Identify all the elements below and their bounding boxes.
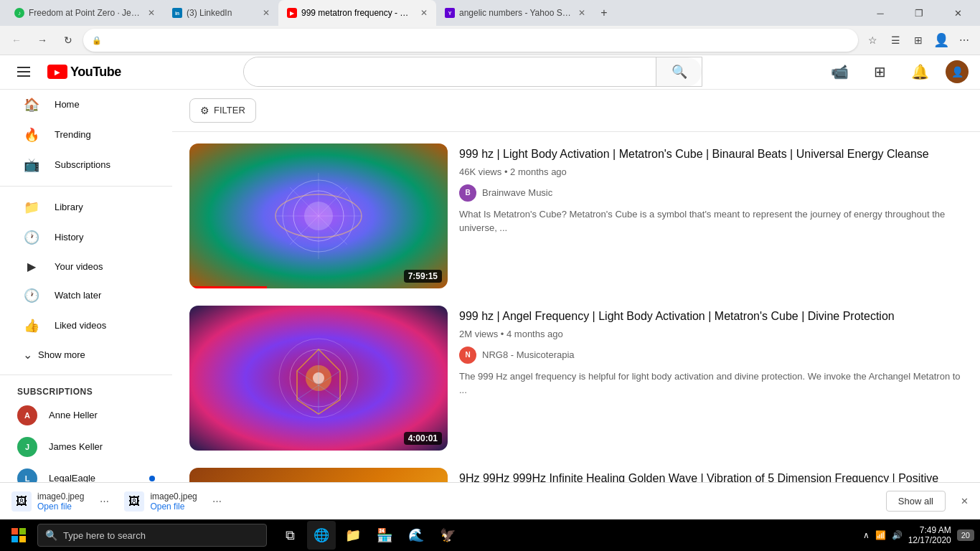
sidebar-library-label: Library — [55, 202, 83, 212]
video-2-description: The 999 Hz angel frequency is helpful fo… — [459, 369, 963, 397]
liked-videos-icon: 👍 — [23, 318, 40, 334]
anne-heller-avatar: A — [17, 405, 37, 425]
show-more-button[interactable]: ⌄ Show more — [6, 341, 166, 369]
clock[interactable]: 7:49 AM 12/17/2020 — [908, 525, 951, 545]
collections-button[interactable]: ⊞ — [908, 30, 928, 50]
notification-dot — [149, 476, 155, 481]
thumbnail-image-1 — [189, 143, 448, 288]
sidebar-item-liked-videos[interactable]: 👍 Liked videos — [6, 311, 166, 341]
subscription-item-anne-heller[interactable]: A Anne Heller — [0, 400, 172, 431]
date-display: 12/17/2020 — [908, 535, 951, 545]
tab-3[interactable]: ▶ 999 metatron frequency - YouTu... ✕ — [278, 0, 436, 26]
legaleagle-avatar: L — [17, 468, 37, 483]
video-2-channel-name[interactable]: NRG8 - Musicoterapia — [482, 349, 575, 360]
subscription-item-legaleagle[interactable]: L LegalEagle — [0, 463, 172, 483]
content-area: ⚙ FILTER — [172, 90, 980, 483]
bookmark-button[interactable]: ☆ — [862, 30, 882, 50]
thumbnail-3[interactable] — [189, 468, 448, 483]
download-item-1[interactable]: 🖼 image0.jpeg Open file — [6, 489, 90, 514]
thumbnail-1[interactable]: 7:59:15 — [189, 143, 448, 288]
video-1-views: 46K views — [459, 166, 501, 177]
sidebar-item-subscriptions[interactable]: 📺 Subscriptions — [6, 150, 166, 180]
download-item-2[interactable]: 🖼 image0.jpeg Open file — [118, 489, 202, 514]
taskbar-icon-5[interactable]: 🌊 — [402, 521, 430, 550]
sidebar-item-your-videos[interactable]: ▶ Your videos — [6, 253, 166, 281]
sidebar-item-history[interactable]: 🕐 History — [6, 222, 166, 253]
video-1-duration: 7:59:15 — [404, 270, 442, 283]
video-1-description: What Is Metatron's Cube? Metatron's Cube… — [459, 207, 963, 235]
youtube-search-input[interactable]: 999 metatron frequency — [244, 57, 656, 86]
tab-2[interactable]: in (3) LinkedIn ✕ — [164, 0, 278, 26]
download-2-name: image0.jpeg — [150, 491, 197, 501]
video-1-title[interactable]: 999 hz | Light Body Activation | Metatro… — [459, 146, 963, 162]
start-button[interactable] — [6, 522, 32, 548]
sidebar-item-home[interactable]: 🏠 Home — [6, 90, 166, 120]
download-2-action[interactable]: Open file — [150, 501, 197, 512]
taskbar-edge-icon[interactable]: 🌐 — [307, 521, 336, 550]
video-1-progress — [189, 286, 267, 288]
video-3-info: 9Hz 99Hz 999Hz Infinite Healing Golden W… — [459, 468, 963, 483]
hamburger-button[interactable] — [11, 61, 36, 83]
new-tab-button[interactable]: + — [594, 3, 614, 23]
apps-button[interactable]: ⊞ — [865, 57, 894, 86]
close-downloads-button[interactable]: ✕ — [954, 491, 974, 512]
close-button[interactable]: ✕ — [941, 0, 974, 26]
video-2-channel-avatar: N — [459, 347, 476, 364]
subscription-item-james-keller[interactable]: J James Keller — [0, 431, 172, 463]
sidebar-liked-videos-label: Liked videos — [55, 320, 106, 331]
video-1-channel-name[interactable]: Brainwave Music — [482, 187, 552, 198]
back-button[interactable]: ← — [6, 29, 27, 51]
taskbar-icon-6[interactable]: 🦅 — [433, 521, 462, 550]
tab-4[interactable]: Y angelic numbers - Yahoo Search ✕ — [436, 0, 594, 26]
minimize-button[interactable]: ─ — [864, 0, 897, 26]
tab-1-close[interactable]: ✕ — [148, 8, 155, 18]
youtube-header: YouTube 999 metatron frequency 🔍 📹 ⊞ 🔔 👤 — [0, 55, 980, 90]
tab-4-close[interactable]: ✕ — [578, 8, 585, 18]
video-1-meta: 46K views • 2 months ago — [459, 166, 963, 177]
user-avatar[interactable]: 👤 — [946, 60, 969, 83]
video-card-3: 9Hz 99Hz 999Hz Infinite Healing Golden W… — [189, 468, 963, 483]
address-bar[interactable]: 🔒 https://www.youtube.com/results?search… — [83, 29, 858, 52]
lock-icon: 🔒 — [92, 36, 102, 45]
reading-list-button[interactable]: ☰ — [885, 30, 905, 50]
tab-2-close[interactable]: ✕ — [263, 8, 270, 18]
network-icon[interactable]: 📶 — [875, 530, 886, 540]
windows-logo-icon — [11, 528, 26, 542]
youtube-search-button[interactable]: 🔍 — [656, 57, 702, 86]
video-2-title[interactable]: 999 hz | Angel Frequency | Light Body Ac… — [459, 309, 963, 324]
settings-button[interactable]: ⋯ — [954, 30, 974, 50]
download-2-icon: 🖼 — [124, 491, 144, 512]
taskbar-task-view[interactable]: ⧉ — [275, 521, 304, 550]
download-2-more-button[interactable]: ⋯ — [209, 493, 226, 510]
time-display: 7:49 AM — [908, 525, 951, 535]
download-1-action[interactable]: Open file — [37, 501, 84, 512]
sidebar-item-library[interactable]: 📁 Library — [6, 192, 166, 222]
tab-3-close[interactable]: ✕ — [420, 8, 428, 18]
video-3-title[interactable]: 9Hz 99Hz 999Hz Infinite Healing Golden W… — [459, 471, 963, 483]
taskbar-file-explorer[interactable]: 📁 — [339, 521, 367, 550]
filter-button[interactable]: ⚙ FILTER — [189, 98, 256, 123]
sidebar-item-trending[interactable]: 🔥 Trending — [6, 120, 166, 150]
taskbar-search-box[interactable]: 🔍 Type here to search — [37, 524, 267, 547]
search-area: 999 metatron frequency 🔍 — [121, 57, 825, 87]
notifications-button[interactable]: 🔔 — [905, 57, 934, 86]
notification-center[interactable]: 20 — [957, 529, 974, 541]
create-video-button[interactable]: 📹 — [825, 57, 854, 86]
profile-button[interactable]: 👤 — [931, 30, 951, 50]
taskbar-store[interactable]: 🏪 — [370, 521, 399, 550]
maximize-button[interactable]: ❐ — [903, 0, 936, 26]
svg-rect-25 — [11, 536, 18, 542]
reload-button[interactable]: ↻ — [57, 29, 79, 51]
url-input[interactable]: https://www.youtube.com/results?search_q… — [108, 35, 849, 46]
forward-button[interactable]: → — [32, 29, 53, 51]
volume-icon[interactable]: 🔊 — [892, 530, 903, 540]
download-1-more-button[interactable]: ⋯ — [95, 493, 113, 510]
show-all-downloads-button[interactable]: Show all — [886, 491, 946, 512]
legaleagle-name: LegalEagle — [49, 473, 95, 483]
taskbar: 🔍 Type here to search ⧉ 🌐 📁 🏪 🌊 🦅 ∧ 📶 🔊 … — [0, 519, 980, 551]
sidebar-item-watch-later[interactable]: 🕐 Watch later — [6, 281, 166, 311]
chevron-up-icon[interactable]: ∧ — [863, 530, 870, 540]
thumbnail-2[interactable]: 4:00:01 — [189, 306, 448, 451]
youtube-logo[interactable]: YouTube — [47, 65, 121, 80]
tab-1[interactable]: ♪ Freedom at Point Zero · Jeff... ✕ — [6, 0, 164, 26]
